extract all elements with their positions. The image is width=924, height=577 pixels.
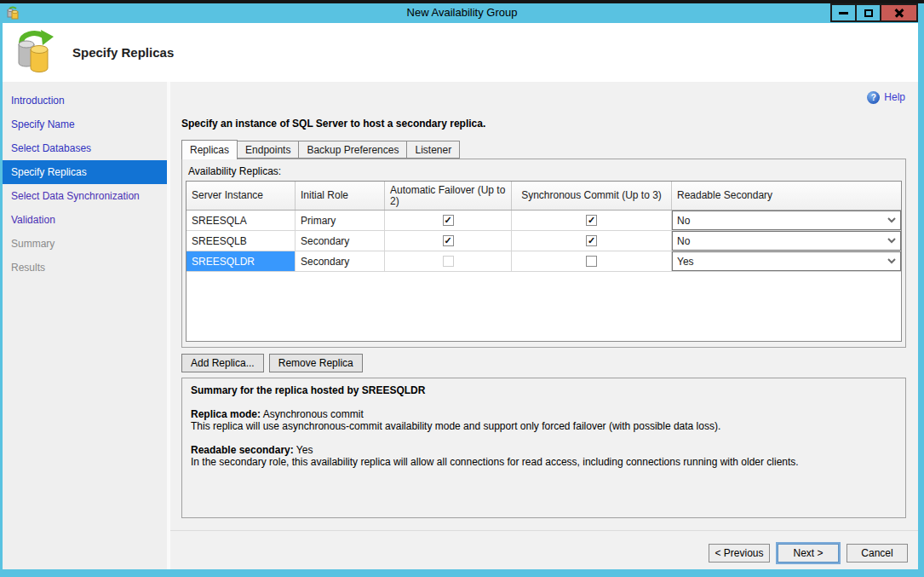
table-row: SREESQLA Primary ✓ ✓ No (187, 211, 901, 231)
sidebar-item-results: Results (3, 256, 167, 280)
sidebar-item-validation[interactable]: Validation (3, 208, 167, 232)
cell-synchronous-commit: ✓ (512, 231, 672, 251)
cell-initial-role[interactable]: Secondary (296, 231, 385, 251)
cancel-button[interactable]: Cancel (847, 544, 908, 563)
cell-readable-secondary: Yes (672, 251, 901, 271)
cell-server-instance[interactable]: SREESQLDR (187, 251, 296, 271)
synchronous-commit-checkbox[interactable]: ✓ (586, 235, 597, 246)
cell-readable-secondary: No (672, 211, 901, 230)
minimize-button[interactable] (830, 3, 857, 22)
column-header-server-instance: Server Instance (187, 182, 296, 210)
synchronous-commit-checkbox[interactable] (586, 256, 597, 267)
grid-header-row: Server Instance Initial Role Automatic F… (187, 182, 901, 211)
cell-initial-role[interactable]: Primary (296, 211, 385, 230)
tab-listener[interactable]: Listener (406, 141, 460, 159)
sidebar-item-select-data-synchronization[interactable]: Select Data Synchronization (3, 184, 167, 208)
page-title: Specify Replicas (72, 45, 174, 60)
cell-server-instance[interactable]: SREESQLA (187, 211, 296, 230)
readable-secondary-value: Yes (296, 444, 313, 456)
sidebar-item-specify-replicas[interactable]: Specify Replicas (3, 160, 167, 184)
availability-replicas-label: Availability Replicas: (186, 163, 902, 181)
cell-synchronous-commit: ✓ (512, 211, 672, 230)
replica-mode-description: This replica will use asynchronous-commi… (191, 421, 897, 432)
cell-synchronous-commit (512, 251, 672, 271)
chevron-down-icon[interactable] (883, 232, 900, 250)
maximize-button[interactable] (855, 3, 881, 22)
instruction-text: Specify an instance of SQL Server to hos… (181, 118, 918, 130)
column-header-synchronous-commit: Synchronous Commit (Up to 3) (512, 182, 672, 210)
readable-secondary-label: Readable secondary: (191, 444, 294, 456)
cell-server-instance[interactable]: SREESQLB (187, 231, 296, 251)
synchronous-commit-checkbox[interactable]: ✓ (586, 215, 597, 226)
readable-secondary-dropdown[interactable]: No (672, 231, 901, 251)
readable-secondary-description: In the secondary role, this availability… (191, 457, 897, 468)
column-header-initial-role: Initial Role (296, 182, 385, 210)
minimize-icon (839, 12, 848, 14)
cell-automatic-failover (385, 251, 512, 271)
availability-replicas-grid: Server Instance Initial Role Automatic F… (186, 181, 902, 342)
remove-replica-button[interactable]: Remove Replica (269, 354, 363, 372)
tab-replicas[interactable]: Replicas (181, 140, 238, 159)
tab-endpoints[interactable]: Endpoints (237, 141, 299, 159)
column-header-automatic-failover: Automatic Failover (Up to 2) (385, 182, 512, 210)
automatic-failover-checkbox[interactable]: ✓ (443, 215, 454, 226)
maximize-icon (864, 9, 873, 17)
table-row: SREESQLDR Secondary Yes (187, 251, 901, 272)
app-icon (6, 6, 20, 22)
wizard-header: Specify Replicas (3, 23, 918, 82)
titlebar: New Availability Group (0, 3, 924, 23)
summary-title: Summary for the replica hosted by SREESQ… (191, 385, 897, 396)
wizard-window: Specify Replicas Introduction Specify Na… (3, 23, 918, 569)
tab-backup-preferences[interactable]: Backup Preferences (298, 141, 407, 159)
replica-summary-panel: Summary for the replica hosted by SREESQ… (181, 378, 906, 518)
table-row: SREESQLB Secondary ✓ ✓ No (187, 231, 901, 251)
wizard-steps-sidebar: Introduction Specify Name Select Databas… (3, 82, 167, 569)
help-link[interactable]: Help (884, 91, 905, 103)
cell-automatic-failover: ✓ (385, 231, 512, 251)
column-header-readable-secondary: Readable Secondary (672, 182, 901, 210)
close-button[interactable] (880, 3, 918, 22)
window-title: New Availability Group (0, 6, 924, 19)
replica-mode-value: Asynchronous commit (263, 408, 364, 420)
add-replica-button[interactable]: Add Replica... (181, 354, 264, 372)
tab-strip: Replicas Endpoints Backup Preferences Li… (181, 140, 918, 159)
sidebar-item-introduction[interactable]: Introduction (3, 89, 167, 113)
previous-button[interactable]: < Previous (709, 544, 770, 563)
close-icon (894, 8, 904, 18)
chevron-down-icon[interactable] (883, 252, 900, 270)
readable-secondary-dropdown[interactable]: No (672, 211, 901, 230)
help-icon[interactable]: ? (867, 91, 880, 104)
cell-automatic-failover: ✓ (385, 211, 512, 230)
chevron-down-icon[interactable] (883, 211, 900, 229)
replicas-database-icon (14, 29, 55, 76)
automatic-failover-checkbox (443, 256, 454, 267)
replicas-tab-panel: Availability Replicas: Server Instance I… (181, 159, 906, 348)
next-button[interactable]: Next > (778, 544, 839, 563)
sidebar-item-specify-name[interactable]: Specify Name (3, 113, 167, 136)
readable-secondary-dropdown[interactable]: Yes (672, 251, 901, 271)
cell-readable-secondary: No (672, 231, 901, 251)
sidebar-item-select-databases[interactable]: Select Databases (3, 136, 167, 160)
wizard-footer: < Previous Next > Cancel (170, 530, 918, 569)
main-content: ? Help Specify an instance of SQL Server… (170, 82, 918, 569)
replica-mode-label: Replica mode: (191, 408, 261, 420)
sidebar-item-summary: Summary (3, 232, 167, 256)
automatic-failover-checkbox[interactable]: ✓ (443, 235, 454, 246)
cell-initial-role[interactable]: Secondary (296, 251, 385, 271)
